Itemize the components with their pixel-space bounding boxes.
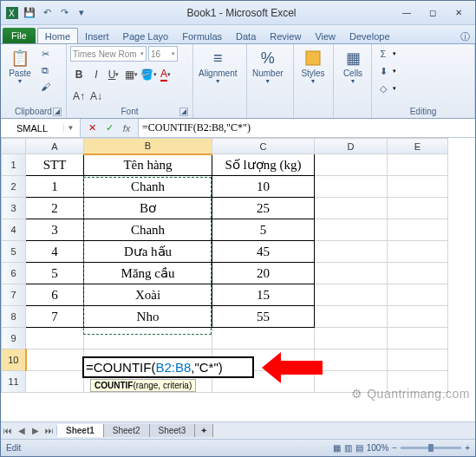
tab-data[interactable]: Data [229,29,263,43]
cell[interactable] [315,219,388,241]
col-header-B[interactable]: B [84,139,212,154]
name-box-dropdown-icon[interactable]: ▼ [63,124,77,132]
cell[interactable] [388,219,448,241]
active-cell-editor[interactable]: =COUNTIF(B2:B8,"C*") [82,356,254,378]
cell[interactable] [388,328,448,349]
col-header-A[interactable]: A [26,139,84,154]
close-button[interactable]: ✕ [446,5,472,21]
cell[interactable] [388,198,448,219]
tab-developer[interactable]: Develope [342,29,396,43]
cell[interactable]: 1 [26,176,84,198]
tab-formulas[interactable]: Formulas [175,29,229,43]
row-header[interactable]: 3 [2,198,26,219]
cell[interactable] [388,176,448,198]
cell[interactable]: 10 [212,176,315,198]
cell[interactable] [388,306,448,328]
zoom-level[interactable]: 100% [367,443,389,453]
cell[interactable]: 55 [212,306,315,328]
cell[interactable] [84,328,212,349]
styles-button[interactable]: Styles▼ [297,46,329,86]
col-header-C[interactable]: C [212,139,315,154]
view-layout-icon[interactable]: ▥ [344,443,352,453]
excel-icon[interactable]: X [4,5,20,21]
row-header[interactable]: 8 [2,306,26,328]
sheet-nav-first-icon[interactable]: ⏮ [1,426,15,435]
cell[interactable]: Tên hàng [84,154,212,176]
cell[interactable] [388,241,448,263]
row-header[interactable]: 9 [2,328,26,349]
select-all-corner[interactable] [2,139,26,154]
cells-button[interactable]: ▦Cells▼ [337,46,368,86]
cell[interactable]: 6 [26,284,84,306]
sheet-tab-3[interactable]: Sheet3 [150,424,196,437]
view-normal-icon[interactable]: ▦ [333,443,341,453]
maximize-button[interactable]: ◻ [420,5,446,21]
cell[interactable]: 15 [212,284,315,306]
cell[interactable] [315,154,388,176]
underline-button[interactable]: U▾ [105,66,122,83]
cell[interactable] [212,328,315,349]
row-header[interactable]: 1 [2,154,26,176]
cell[interactable] [315,176,388,198]
cell[interactable] [315,198,388,219]
cell[interactable] [315,284,388,306]
row-header[interactable]: 6 [2,263,26,284]
row-header[interactable]: 2 [2,176,26,198]
bold-button[interactable]: B [70,66,88,83]
row-header[interactable]: 11 [2,371,26,393]
cell[interactable]: Măng cầu [84,263,212,284]
cell[interactable]: 3 [26,219,84,241]
cell[interactable] [388,154,448,176]
save-icon[interactable]: 💾 [22,5,37,21]
name-box[interactable]: ▼ [1,119,81,137]
row-header[interactable]: 10 [2,349,26,371]
tab-home[interactable]: Home [37,28,78,43]
clear-icon[interactable]: ◇ [375,81,391,96]
cell[interactable] [315,349,388,371]
cell[interactable]: 7 [26,306,84,328]
view-break-icon[interactable]: ▤ [355,443,363,453]
col-header-D[interactable]: D [315,139,388,154]
col-header-E[interactable]: E [388,139,448,154]
row-header[interactable]: 7 [2,284,26,306]
undo-icon[interactable]: ↶ [39,5,55,21]
cell[interactable]: Nho [84,306,212,328]
cell[interactable] [26,328,84,349]
row-header[interactable]: 5 [2,241,26,263]
fill-icon[interactable]: ⬇ [375,63,391,79]
cell[interactable]: 20 [212,263,315,284]
fill-color-button[interactable]: 🪣▾ [140,66,157,83]
tab-view[interactable]: View [308,29,342,43]
font-name-select[interactable]: Times New Rom▾ [70,46,147,62]
formula-input[interactable]: =COUNTIF(B2:B8,"C*") [138,119,475,137]
sheet-tab-2[interactable]: Sheet2 [104,424,150,437]
zoom-in-button[interactable]: + [465,443,470,453]
cell[interactable]: 5 [212,219,315,241]
font-size-select[interactable]: 16▾ [148,46,178,62]
clipboard-dialog-icon[interactable]: ◢ [53,108,62,116]
shrink-font-icon[interactable]: A↓ [88,88,105,105]
cell[interactable]: 4 [26,241,84,263]
italic-button[interactable]: I [88,66,105,83]
tab-file[interactable]: File [3,28,36,43]
tab-insert[interactable]: Insert [78,29,116,43]
name-box-input[interactable] [1,123,63,134]
cut-icon[interactable]: ✂ [37,46,53,62]
font-dialog-icon[interactable]: ◢ [179,108,188,116]
copy-icon[interactable]: ⧉ [37,62,53,78]
cell[interactable] [388,371,448,393]
ribbon-help-icon[interactable]: ⓘ [460,30,475,43]
border-button[interactable]: ▦▾ [122,66,140,83]
cell[interactable] [315,328,388,349]
font-color-button[interactable]: A▾ [157,66,174,83]
sheet-nav-next-icon[interactable]: ▶ [29,426,42,435]
cell[interactable] [315,263,388,284]
qat-customize-icon[interactable]: ▾ [74,5,89,21]
cell[interactable] [26,349,84,371]
cell[interactable]: Chanh [84,219,212,241]
cell[interactable]: Chanh [84,176,212,198]
sheet-tab-1[interactable]: Sheet1 [57,424,104,437]
row-header[interactable]: 4 [2,219,26,241]
number-button[interactable]: %Number▼ [251,46,285,86]
format-painter-icon[interactable]: 🖌 [37,79,53,95]
